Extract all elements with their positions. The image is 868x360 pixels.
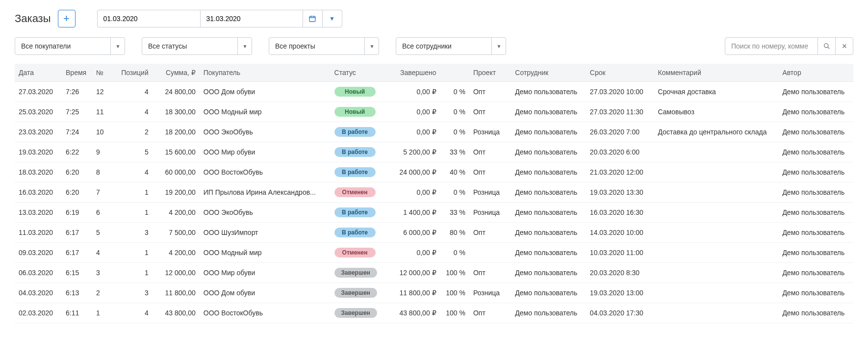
date-preset-dropdown-button[interactable]: ▼ [323, 10, 342, 27]
clear-search-button[interactable] [836, 37, 853, 55]
cell-positions: 1 [113, 203, 153, 223]
calendar-button[interactable] [303, 10, 323, 27]
cell-due: 27.03.2020 11:30 [586, 102, 654, 122]
table-row[interactable]: 13.03.20206:19614 200,00ООО ЭкоОбувьВ ра… [15, 203, 853, 223]
search-input[interactable] [725, 37, 818, 55]
cell-percent: 0 % [440, 102, 469, 122]
table-header-row: Дата Время № Позиций Сумма, ₽ Покупатель… [15, 64, 853, 82]
cell-done: 5 200,00 ₽ [388, 142, 440, 162]
filter-row: Все покупатели ▼ Все статусы ▼ Все проек… [15, 37, 853, 55]
cell-due: 20.03.2020 6:00 [586, 142, 654, 162]
cell-done: 12 000,00 ₽ [388, 263, 440, 283]
cell-employee: Демо пользователь [511, 243, 586, 263]
col-percent-header[interactable] [440, 64, 469, 82]
date-to-input[interactable] [200, 10, 303, 27]
plus-icon: + [63, 13, 70, 24]
table-row[interactable]: 02.03.20206:111443 800,00ООО ВостокОбувь… [15, 303, 853, 323]
cell-comment: Доставка до центрального склада [654, 122, 779, 142]
col-project-header[interactable]: Проект [469, 64, 511, 82]
cell-percent: 0 % [440, 243, 469, 263]
col-author-header[interactable]: Автор [778, 64, 853, 82]
cell-sum: 11 800,00 [153, 283, 200, 303]
cell-percent: 40 % [440, 162, 469, 182]
status-badge: В работе [334, 147, 376, 157]
cell-status: Новый [331, 82, 388, 102]
cell-positions: 4 [113, 303, 153, 323]
table-row[interactable]: 25.03.20207:2511418 300,00ООО Модный мир… [15, 102, 853, 122]
cell-positions: 1 [113, 243, 153, 263]
cell-time: 6:17 [62, 243, 92, 263]
cell-sum: 24 800,00 [153, 82, 200, 102]
cell-due: 21.03.2020 12:00 [586, 162, 654, 182]
cell-project: Опт [469, 82, 511, 102]
col-done-header[interactable]: Завершено [388, 64, 440, 82]
cell-sum: 12 000,00 [153, 263, 200, 283]
cell-buyer: ООО Мир обуви [200, 142, 331, 162]
cell-status: В работе [331, 203, 388, 223]
cell-project: Розница [469, 203, 511, 223]
col-time-header[interactable]: Время [62, 64, 92, 82]
cell-author: Демо пользователь [778, 283, 853, 303]
caret-down-icon: ▼ [329, 15, 335, 22]
cell-num: 7 [92, 182, 113, 203]
table-row[interactable]: 27.03.20207:2612424 800,00ООО Дом обувиН… [15, 82, 853, 102]
cell-comment [654, 283, 779, 303]
cell-project: Розница [469, 283, 511, 303]
cell-date: 23.03.2020 [15, 122, 62, 142]
buyers-filter[interactable]: Все покупатели ▼ [15, 37, 125, 55]
cell-author: Демо пользователь [778, 263, 853, 283]
cell-comment: Самовывоз [654, 102, 779, 122]
employees-filter-label: Все сотрудники [396, 37, 506, 55]
employees-filter[interactable]: Все сотрудники ▼ [396, 37, 506, 55]
cell-buyer: ООО Дом обуви [200, 283, 331, 303]
cell-date: 25.03.2020 [15, 102, 62, 122]
cell-date: 19.03.2020 [15, 142, 62, 162]
cell-employee: Демо пользователь [511, 303, 586, 323]
cell-buyer: ООО Мир обуви [200, 263, 331, 283]
cell-project [469, 243, 511, 263]
table-row[interactable]: 23.03.20207:2410218 200,00ООО ЭкоОбувьВ … [15, 122, 853, 142]
status-badge: В работе [334, 127, 376, 137]
col-sum-header[interactable]: Сумма, ₽ [153, 64, 200, 82]
table-row[interactable]: 11.03.20206:17537 500,00ООО ШузИмпортВ р… [15, 223, 853, 243]
col-num-header[interactable]: № [92, 64, 113, 82]
table-row[interactable]: 16.03.20206:207119 200,00ИП Прылова Ирин… [15, 182, 853, 203]
cell-date: 06.03.2020 [15, 263, 62, 283]
cell-positions: 3 [113, 283, 153, 303]
cell-time: 6:20 [62, 182, 92, 203]
cell-author: Демо пользователь [778, 182, 853, 203]
status-badge: Отменен [334, 187, 376, 197]
cell-positions: 2 [113, 122, 153, 142]
date-from-input[interactable] [97, 10, 200, 27]
col-buyer-header[interactable]: Покупатель [200, 64, 331, 82]
cell-employee: Демо пользователь [511, 263, 586, 283]
table-row[interactable]: 06.03.20206:153112 000,00ООО Мир обувиЗа… [15, 263, 853, 283]
statuses-filter[interactable]: Все статусы ▼ [142, 37, 252, 55]
cell-project: Опт [469, 223, 511, 243]
col-positions-header[interactable]: Позиций [113, 64, 153, 82]
cell-due: 26.03.2020 7:00 [586, 122, 654, 142]
col-due-header[interactable]: Срок [586, 64, 654, 82]
status-badge: Отменен [334, 248, 376, 257]
col-status-header[interactable]: Статус [331, 64, 388, 82]
cell-date: 27.03.2020 [15, 82, 62, 102]
cell-buyer: ООО Модный мир [200, 243, 331, 263]
projects-filter-label: Все проекты [269, 37, 379, 55]
search-button[interactable] [818, 37, 836, 55]
table-row[interactable]: 19.03.20206:229515 600,00ООО Мир обувиВ … [15, 142, 853, 162]
cell-status: В работе [331, 142, 388, 162]
cell-status: В работе [331, 122, 388, 142]
table-row[interactable]: 18.03.20206:208460 000,00ООО ВостокОбувь… [15, 162, 853, 182]
table-row[interactable]: 09.03.20206:17414 200,00ООО Модный мирОт… [15, 243, 853, 263]
cell-due: 19.03.2020 13:30 [586, 182, 654, 203]
cell-status: Отменен [331, 182, 388, 203]
col-comment-header[interactable]: Комментарий [654, 64, 779, 82]
cell-time: 6:11 [62, 303, 92, 323]
projects-filter[interactable]: Все проекты ▼ [269, 37, 379, 55]
col-employee-header[interactable]: Сотрудник [511, 64, 586, 82]
cell-sum: 15 600,00 [153, 142, 200, 162]
table-row[interactable]: 04.03.20206:132311 800,00ООО Дом обувиЗа… [15, 283, 853, 303]
col-date-header[interactable]: Дата [15, 64, 62, 82]
add-order-button[interactable]: + [58, 10, 76, 27]
cell-sum: 4 200,00 [153, 243, 200, 263]
